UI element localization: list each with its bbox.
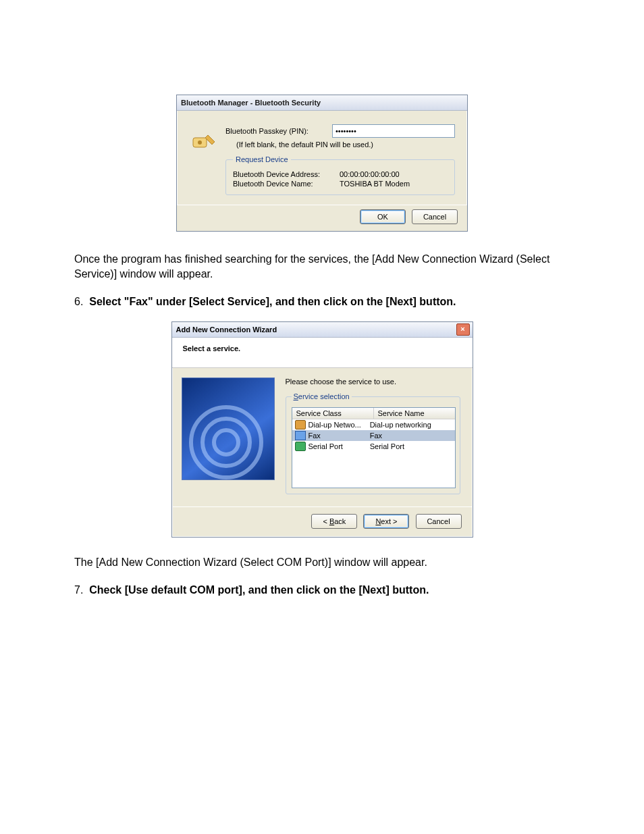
cancel-button[interactable]: Cancel <box>412 209 458 224</box>
paragraph-after-dialog1: Once the program has finished searching … <box>74 252 570 282</box>
wizard-graphic <box>182 377 275 480</box>
device-address-label: Bluetooth Device Address: <box>233 170 334 178</box>
wizard-subtitle: Select a service. <box>172 338 473 368</box>
fax-icon <box>295 431 306 440</box>
dialup-icon <box>295 420 306 429</box>
back-button[interactable]: < Back <box>311 514 357 529</box>
svg-point-1 <box>198 140 202 145</box>
serial-port-icon <box>295 442 306 451</box>
device-name-label: Bluetooth Device Name: <box>233 180 334 188</box>
dialog-title: Bluetooth Manager - Bluetooth Security <box>177 95 467 111</box>
service-table[interactable]: Service Class Service Name Dial-up Netwo… <box>292 407 456 488</box>
request-device-group: Request Device Bluetooth Device Address:… <box>225 155 455 195</box>
row-class: Fax <box>308 432 321 440</box>
step-7: 7. Check [Use default COM port], and the… <box>74 583 570 598</box>
col-service-class[interactable]: Service Class <box>292 408 374 419</box>
cancel-button[interactable]: Cancel <box>416 514 462 529</box>
next-button[interactable]: Next > <box>363 514 409 529</box>
pin-label: Bluetooth Passkey (PIN): <box>225 127 327 135</box>
bluetooth-security-dialog: Bluetooth Manager - Bluetooth Security B… <box>176 95 468 232</box>
choose-service-text: Please choose the service to use. <box>286 377 460 386</box>
device-name-value: TOSHIBA BT Modem <box>340 180 410 188</box>
step-7-number: 7. <box>74 584 83 596</box>
add-connection-wizard-dialog: Add New Connection Wizard × Select a ser… <box>171 321 473 538</box>
row-name: Dial-up networking <box>370 421 452 429</box>
ok-button[interactable]: OK <box>360 209 406 224</box>
close-icon[interactable]: × <box>456 323 470 336</box>
wizard-title: Add New Connection Wizard <box>176 325 277 334</box>
service-selection-group: Service selection Service Class Service … <box>286 392 460 494</box>
row-name: Fax <box>370 432 452 440</box>
step-7-text: Check [Use default COM port], and then c… <box>89 584 429 596</box>
request-device-legend: Request Device <box>233 155 291 163</box>
step-6: 6. Select "Fax" under [Select Service], … <box>74 294 570 309</box>
row-class: Dial-up Netwo... <box>308 421 361 429</box>
pin-input[interactable] <box>332 124 455 138</box>
row-name: Serial Port <box>370 442 452 450</box>
table-row[interactable]: Serial Port Serial Port <box>292 441 455 452</box>
service-selection-legend: Service selection <box>292 392 352 400</box>
col-service-name[interactable]: Service Name <box>374 408 455 419</box>
step-6-text: Select "Fax" under [Select Service], and… <box>89 296 456 307</box>
key-lock-icon <box>189 127 216 154</box>
step-6-number: 6. <box>74 296 83 307</box>
table-row[interactable]: Dial-up Netwo... Dial-up networking <box>292 419 455 430</box>
table-row[interactable]: Fax Fax <box>292 430 455 441</box>
row-class: Serial Port <box>308 442 343 450</box>
paragraph-after-dialog2: The [Add New Connection Wizard (Select C… <box>74 555 570 570</box>
device-address-value: 00:00:00:00:00:00 <box>340 170 400 178</box>
pin-hint: (If left blank, the default PIN will be … <box>236 140 455 149</box>
